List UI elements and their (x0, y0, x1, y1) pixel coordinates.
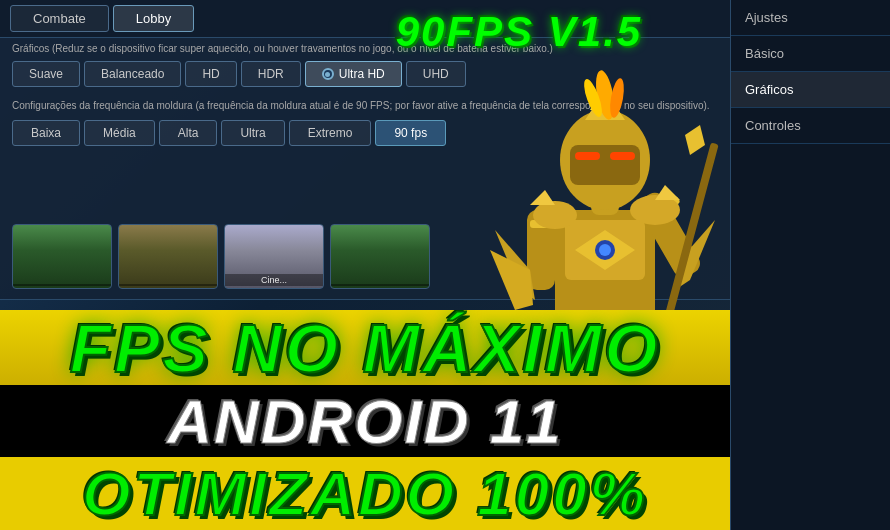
sidebar-basico[interactable]: Básico (731, 36, 890, 72)
thumb-4[interactable] (330, 224, 430, 289)
banner-top: FPS NO MÁXIMO (0, 310, 730, 385)
fps-baixa[interactable]: Baixa (12, 120, 80, 146)
fps-alta[interactable]: Alta (159, 120, 218, 146)
tab-lobby[interactable]: Lobby (113, 5, 194, 32)
graphics-options: Suave Balanceado HD HDR Ultra HD UHD (0, 57, 730, 91)
thumb-1[interactable] (12, 224, 112, 289)
fps-extremo[interactable]: Extremo (289, 120, 372, 146)
banner-bottom: OTIMIZADO 100% (0, 457, 730, 530)
right-sidebar: Ajustes Básico Gráficos Controles (730, 0, 890, 530)
main-banner: FPS NO MÁXIMO ANDROID 11 OTIMIZADO 100% (0, 310, 730, 530)
banner-fps-text: FPS NO MÁXIMO (70, 314, 661, 382)
gfx-uhd[interactable]: UHD (406, 61, 466, 87)
thumb-3[interactable]: Cine... (224, 224, 324, 289)
radio-dot-ultra-hd (322, 68, 334, 80)
fps-version-badge: 90FPS V1.5 (396, 8, 642, 56)
gfx-ultra-hd[interactable]: Ultra HD (305, 61, 402, 87)
sidebar-ajustes[interactable]: Ajustes (731, 0, 890, 36)
fps-options: Baixa Média Alta Ultra Extremo 90 fps (0, 116, 730, 150)
gfx-suave[interactable]: Suave (12, 61, 80, 87)
gfx-balanceado[interactable]: Balanceado (84, 61, 181, 87)
tab-combate[interactable]: Combate (10, 5, 109, 32)
thumb-label-3: Cine... (225, 274, 323, 286)
thumb-label-1 (13, 284, 111, 286)
fps-notice: Configurações da frequência da moldura (… (0, 91, 730, 116)
sidebar-graficos[interactable]: Gráficos (731, 72, 890, 108)
gfx-hdr[interactable]: HDR (241, 61, 301, 87)
sidebar-controles[interactable]: Controles (731, 108, 890, 144)
thumb-label-2 (119, 284, 217, 286)
tabs-row: Combate Lobby (10, 5, 194, 32)
banner-middle: ANDROID 11 (0, 385, 730, 457)
gfx-hd[interactable]: HD (185, 61, 236, 87)
fps-90[interactable]: 90 fps (375, 120, 446, 146)
thumb-label-4 (331, 284, 429, 286)
banner-otimizado-text: OTIMIZADO 100% (82, 458, 648, 529)
thumbnails-row: Cine... (0, 214, 730, 299)
banner-android-text: ANDROID 11 (167, 386, 563, 457)
fps-ultra[interactable]: Ultra (221, 120, 284, 146)
thumb-2[interactable] (118, 224, 218, 289)
fps-media[interactable]: Média (84, 120, 155, 146)
